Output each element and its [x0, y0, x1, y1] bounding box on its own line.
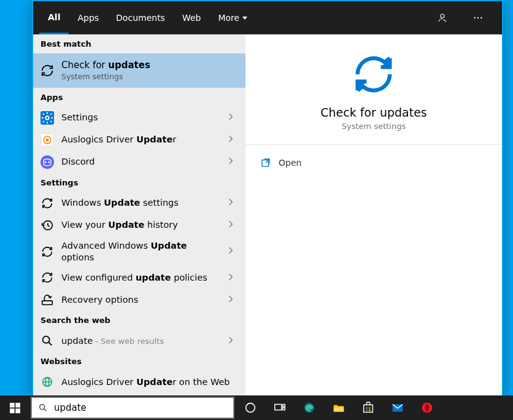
sync-icon — [40, 271, 54, 284]
edge-icon — [303, 401, 316, 414]
task-view-button[interactable] — [265, 395, 295, 420]
chevron-right-icon — [228, 197, 238, 209]
tab-web[interactable]: Web — [174, 1, 210, 34]
globe-icon — [40, 375, 54, 389]
svg-rect-25 — [275, 405, 282, 410]
chevron-right-icon — [228, 335, 238, 347]
result-recovery-options[interactable]: Recovery options — [33, 289, 245, 311]
taskbar-app-edge[interactable] — [295, 395, 324, 420]
taskbar-search-box[interactable] — [31, 397, 234, 419]
svg-rect-32 — [369, 407, 371, 409]
section-settings: Settings — [33, 173, 245, 192]
svg-point-8 — [48, 161, 50, 163]
chevron-down-icon — [242, 17, 247, 20]
options-icon[interactable] — [466, 6, 490, 29]
mail-icon — [391, 401, 404, 414]
svg-rect-21 — [15, 408, 20, 413]
section-search-web: Search the web — [33, 311, 245, 330]
svg-point-24 — [246, 403, 255, 413]
search-icon — [40, 334, 54, 348]
open-icon — [260, 157, 271, 168]
svg-point-7 — [45, 161, 47, 163]
svg-rect-20 — [10, 408, 15, 413]
svg-point-22 — [40, 405, 45, 410]
history-icon — [40, 219, 54, 232]
svg-point-2 — [477, 17, 479, 18]
store-icon — [361, 401, 375, 414]
result-windows-update-settings[interactable]: Windows Update settings — [33, 192, 245, 214]
result-check-for-updates[interactable]: Check for updatesSystem settings — [33, 53, 245, 88]
search-input[interactable] — [54, 402, 227, 413]
recovery-icon — [40, 293, 54, 306]
start-search-panel: All Apps Documents Web More Best match C… — [32, 0, 503, 395]
settings-icon — [40, 111, 54, 125]
chevron-right-icon — [228, 134, 238, 146]
start-button[interactable] — [0, 395, 29, 420]
svg-rect-33 — [366, 410, 368, 411]
taskbar-app-explorer[interactable] — [324, 395, 353, 420]
chevron-right-icon — [228, 246, 238, 257]
taskbar-app-opera[interactable] — [412, 395, 442, 420]
svg-point-4 — [45, 116, 49, 120]
result-app-discord[interactable]: Discord — [33, 151, 245, 173]
svg-point-11 — [43, 336, 50, 343]
svg-line-23 — [44, 409, 47, 411]
svg-point-6 — [46, 138, 49, 141]
sync-icon — [352, 53, 395, 98]
taskbar-app-mail[interactable] — [383, 395, 412, 420]
svg-rect-30 — [364, 405, 373, 412]
cortana-button[interactable] — [236, 395, 265, 420]
opera-icon — [420, 401, 434, 414]
svg-rect-29 — [334, 407, 344, 411]
chevron-right-icon — [228, 156, 238, 168]
chevron-right-icon — [228, 112, 238, 123]
feedback-icon[interactable] — [431, 6, 454, 29]
svg-rect-31 — [366, 407, 368, 409]
svg-rect-18 — [10, 403, 15, 408]
svg-rect-19 — [15, 403, 20, 408]
svg-point-1 — [474, 17, 476, 18]
svg-rect-27 — [283, 408, 285, 410]
result-update-policies[interactable]: View configured update policies — [33, 266, 245, 289]
search-filter-tabs: All Apps Documents Web More — [33, 1, 502, 34]
result-app-auslogics[interactable]: Auslogics Driver Updater — [33, 129, 245, 151]
taskbar-app-store[interactable] — [353, 395, 383, 420]
svg-point-0 — [441, 14, 444, 18]
sync-icon — [40, 64, 54, 77]
task-view-icon — [273, 401, 287, 414]
preview-title: Check for updates — [320, 106, 427, 119]
svg-line-12 — [48, 343, 52, 346]
section-websites: Websites — [33, 352, 245, 371]
results-list: Best match Check for updatesSystem setti… — [33, 34, 245, 395]
result-website-auslogics[interactable]: Auslogics Driver Updater on the Web — [33, 371, 245, 393]
circle-icon — [244, 401, 257, 414]
svg-rect-10 — [42, 301, 53, 305]
taskbar — [0, 395, 513, 420]
svg-point-3 — [480, 17, 482, 18]
tab-all[interactable]: All — [39, 1, 69, 34]
chevron-right-icon — [228, 272, 238, 284]
auslogics-icon — [40, 133, 54, 147]
sync-icon — [40, 245, 54, 259]
chevron-right-icon — [228, 219, 238, 231]
tab-documents[interactable]: Documents — [107, 1, 174, 34]
svg-rect-26 — [283, 405, 285, 407]
result-update-history[interactable]: View your Update history — [33, 214, 245, 236]
preview-sub: System settings — [342, 122, 406, 131]
tab-more[interactable]: More — [209, 1, 256, 34]
result-advanced-update-options[interactable]: Advanced Windows Update options — [33, 236, 245, 267]
discord-icon — [40, 155, 54, 169]
section-best-match: Best match — [33, 34, 245, 53]
result-app-settings[interactable]: Settings — [33, 107, 245, 129]
windows-icon — [10, 403, 20, 413]
svg-rect-34 — [369, 410, 371, 411]
chevron-right-icon — [228, 294, 238, 306]
search-icon — [38, 403, 48, 413]
preview-open-action[interactable]: Open — [258, 152, 490, 173]
sync-icon — [40, 196, 54, 210]
tab-apps[interactable]: Apps — [69, 1, 107, 34]
svg-point-37 — [425, 404, 429, 412]
folder-icon — [332, 401, 345, 414]
result-web-search[interactable]: update - See web results — [33, 330, 245, 352]
section-apps: Apps — [33, 88, 245, 107]
